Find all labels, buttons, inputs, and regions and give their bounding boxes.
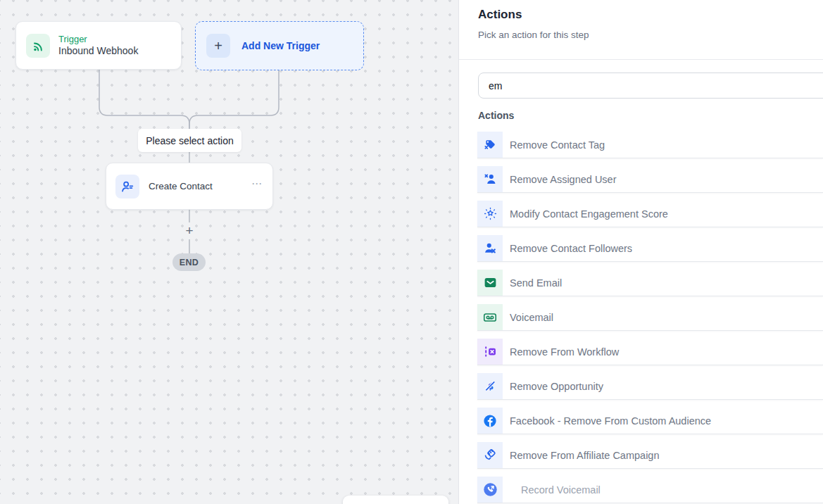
panel-divider <box>459 59 823 60</box>
add-new-trigger-button[interactable]: + Add New Trigger <box>195 21 364 70</box>
select-action-hint: Please select action <box>138 129 241 152</box>
canvas-bottom-panel <box>343 496 448 504</box>
actions-section-label: Actions <box>478 110 514 121</box>
action-list-item[interactable]: Modify Contact Engagement Score <box>477 201 823 227</box>
follower-remove-icon <box>477 235 503 261</box>
panel-title: Actions <box>478 8 522 22</box>
add-step-button[interactable]: + <box>182 223 197 239</box>
actions-panel: Actions Pick an action for this step Act… <box>459 0 823 504</box>
affiliate-remove-icon <box>477 442 503 468</box>
tag-remove-icon <box>477 132 503 158</box>
action-list-item[interactable]: $Remove Opportunity <box>477 373 823 400</box>
panel-subtitle: Pick an action for this step <box>478 30 589 40</box>
action-list-item[interactable]: Remove From Affiliate Campaign <box>477 442 823 469</box>
user-remove-icon <box>477 166 503 192</box>
workflow-remove-icon <box>477 339 503 365</box>
action-search-input[interactable] <box>478 73 823 99</box>
trigger-category: Trigger <box>58 34 138 45</box>
action-item-label: Facebook - Remove From Custom Audience <box>510 415 711 427</box>
trigger-name: Inbound Webhook <box>58 45 138 58</box>
action-item-label: Remove From Affiliate Campaign <box>510 450 660 461</box>
action-list-item[interactable]: Send Email <box>477 270 823 296</box>
record-voicemail-icon <box>477 477 503 503</box>
action-item-label: Remove Assigned User <box>510 174 617 185</box>
connector-lines <box>0 0 459 504</box>
action-item-label: Voicemail <box>510 312 553 323</box>
action-list-item[interactable]: Remove Contact Followers <box>477 235 823 262</box>
action-list-item[interactable]: Remove Contact Tag <box>477 132 823 158</box>
voicemail-icon <box>477 304 503 330</box>
action-list-item[interactable]: Record Voicemail <box>477 477 823 503</box>
action-item-label: Remove Contact Tag <box>510 139 605 151</box>
action-item-label: Modify Contact Engagement Score <box>510 208 668 220</box>
actions-list: Remove Contact TagRemove Assigned UserMo… <box>477 132 823 504</box>
trigger-node[interactable]: Trigger Inbound Webhook <box>15 21 182 70</box>
more-options-icon[interactable]: ⋯ <box>251 184 263 189</box>
action-item-label: Remove From Workflow <box>510 346 619 358</box>
action-item-label: Remove Opportunity <box>510 381 603 392</box>
engagement-score-icon <box>477 201 503 227</box>
action-list-item[interactable]: Facebook - Remove From Custom Audience <box>477 408 823 434</box>
webhook-rss-icon <box>26 34 50 58</box>
facebook-icon <box>477 408 503 434</box>
action-item-label: Send Email <box>510 277 562 289</box>
add-new-trigger-label: Add New Trigger <box>241 40 320 51</box>
action-item-label: Record Voicemail <box>521 484 601 496</box>
action-list-item[interactable]: Remove Assigned User <box>477 166 823 193</box>
workflow-canvas[interactable]: Trigger Inbound Webhook + Add New Trigge… <box>0 0 459 504</box>
create-contact-icon <box>115 175 139 199</box>
create-contact-node[interactable]: Create Contact ⋯ <box>106 163 273 210</box>
action-item-label: Remove Contact Followers <box>510 243 632 254</box>
action-node-label: Create Contact <box>149 181 251 191</box>
action-list-item[interactable]: Voicemail <box>477 304 823 331</box>
end-node: END <box>172 253 206 271</box>
plus-icon: + <box>206 34 230 58</box>
action-list-item[interactable]: Remove From Workflow <box>477 339 823 365</box>
send-email-icon <box>477 270 503 296</box>
workflow-builder: Trigger Inbound Webhook + Add New Trigge… <box>0 0 823 504</box>
opportunity-remove-icon: $ <box>477 373 503 399</box>
